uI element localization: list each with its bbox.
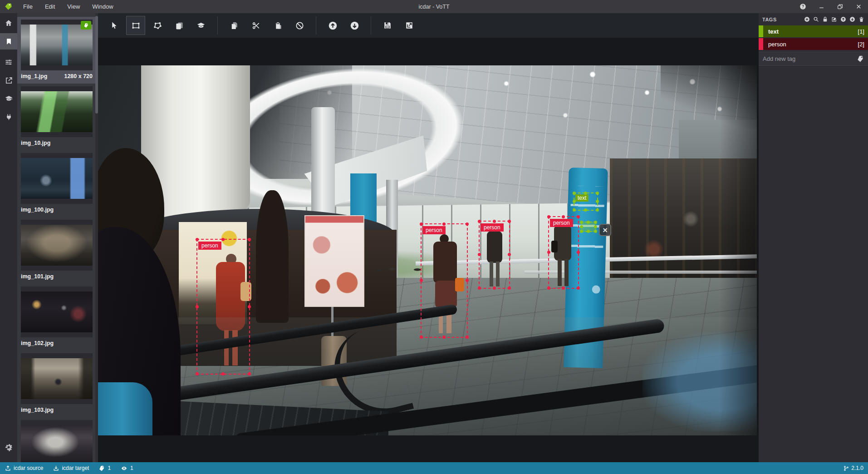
region-handle[interactable] [573, 200, 576, 203]
region-handle[interactable] [594, 225, 597, 228]
draw-rectangle-tool-button[interactable] [126, 16, 145, 35]
asset-item[interactable] [17, 417, 98, 462]
region-handle[interactable] [580, 230, 583, 233]
nav-settings[interactable] [0, 443, 17, 451]
help-icon[interactable] [794, 0, 812, 13]
target-connection[interactable]: icdar target [48, 462, 94, 474]
nav-export[interactable] [0, 72, 17, 89]
region-handle[interactable] [508, 220, 511, 223]
region-handle[interactable] [442, 336, 446, 339]
move-tag-up-icon[interactable] [840, 16, 846, 22]
tag-row-text[interactable]: text [1] [759, 25, 868, 37]
region-handle[interactable] [478, 220, 481, 223]
region-handle[interactable] [587, 230, 590, 233]
region-handle[interactable] [508, 286, 511, 290]
region-handle[interactable] [547, 251, 550, 254]
lock-tag-icon[interactable] [822, 16, 828, 22]
region-handle[interactable] [577, 286, 580, 290]
menu-edit[interactable]: Edit [45, 3, 55, 10]
region-handle[interactable] [573, 208, 576, 212]
region-handle[interactable] [248, 372, 251, 375]
region-handle[interactable] [442, 222, 446, 226]
region-handle[interactable] [466, 222, 469, 226]
save-project-button[interactable] [378, 16, 397, 35]
region-handle[interactable] [562, 286, 565, 290]
region-handle[interactable] [573, 192, 576, 195]
region-handle[interactable] [466, 336, 469, 339]
add-tag-icon[interactable] [804, 16, 810, 22]
nav-adjustments[interactable] [0, 54, 17, 70]
region-text[interactable]: text [574, 193, 598, 211]
nav-home[interactable] [0, 15, 17, 31]
region-handle[interactable] [466, 279, 469, 282]
region-person[interactable]: person [421, 223, 468, 338]
edit-tag-icon[interactable] [831, 16, 837, 22]
search-tags-icon[interactable] [813, 16, 819, 22]
region-handle[interactable] [493, 286, 496, 290]
menu-window[interactable]: Window [92, 3, 113, 10]
nav-plugins[interactable] [0, 109, 17, 125]
region-handle[interactable] [478, 286, 481, 290]
tag-color-swatch[interactable] [759, 38, 763, 50]
previous-asset-button[interactable] [323, 16, 342, 35]
asset-item[interactable]: img_10.jpg [17, 84, 98, 150]
delete-region-button[interactable]: ✕ [599, 224, 611, 236]
copy-regions-button[interactable] [225, 16, 244, 35]
region-handle[interactable] [596, 192, 599, 195]
region-handle[interactable] [580, 225, 583, 228]
region-handle[interactable] [577, 215, 580, 218]
region-handle[interactable] [547, 215, 550, 218]
tag-row-person[interactable]: person [2] [759, 38, 868, 50]
delete-tag-icon[interactable] [858, 16, 864, 22]
sidebar-scrollbar[interactable] [95, 13, 98, 462]
region-handle[interactable] [580, 221, 583, 224]
asset-item[interactable]: img_100.jpg [17, 150, 98, 217]
asset-item[interactable]: img_103.jpg [17, 351, 98, 417]
region-handle[interactable] [196, 305, 199, 308]
region-handle[interactable] [420, 279, 423, 282]
select-tool-button[interactable] [104, 16, 123, 35]
region-person[interactable]: person [479, 221, 510, 289]
region-handle[interactable] [594, 221, 597, 224]
nav-tags-editor[interactable] [0, 33, 17, 49]
restore-icon[interactable] [831, 0, 849, 13]
menu-view[interactable]: View [67, 3, 80, 10]
move-tag-down-icon[interactable] [849, 16, 855, 22]
copy-rectangle-tool-button[interactable] [170, 16, 189, 35]
source-connection[interactable]: icdar source [0, 462, 48, 474]
remove-all-regions-button[interactable] [290, 16, 309, 35]
next-asset-button[interactable] [345, 16, 364, 35]
region-handle[interactable] [596, 208, 599, 212]
draw-polygon-tool-button[interactable] [148, 16, 167, 35]
close-icon[interactable] [849, 0, 868, 13]
region-handle[interactable] [420, 336, 423, 339]
region-handle[interactable] [584, 208, 587, 212]
region-handle[interactable] [587, 221, 590, 224]
region-selected[interactable] [581, 222, 596, 232]
cut-regions-button[interactable] [246, 16, 265, 35]
scrollbar-thumb[interactable] [95, 16, 98, 114]
add-tag-input[interactable] [763, 55, 857, 62]
paste-regions-button[interactable] [268, 16, 287, 35]
region-handle[interactable] [478, 253, 481, 256]
region-person[interactable]: person [548, 216, 579, 289]
region-handle[interactable] [248, 305, 251, 308]
nav-active-learning[interactable] [0, 90, 17, 107]
region-handle[interactable] [596, 200, 599, 203]
asset-item[interactable]: img_101.jpg [17, 217, 98, 284]
region-handle[interactable] [584, 192, 587, 195]
region-handle[interactable] [196, 238, 199, 241]
export-project-button[interactable] [400, 16, 419, 35]
region-handle[interactable] [221, 238, 225, 241]
region-handle[interactable] [508, 253, 511, 256]
region-handle[interactable] [577, 251, 580, 254]
region-handle[interactable] [221, 372, 225, 375]
asset-item[interactable]: img_102.jpg [17, 284, 98, 351]
minimize-icon[interactable] [812, 0, 831, 13]
region-handle[interactable] [547, 286, 550, 290]
asset-item[interactable]: img_1.jpg 1280 x 720 [17, 17, 98, 84]
region-handle[interactable] [562, 215, 565, 218]
active-learning-tool-button[interactable] [191, 16, 211, 35]
tag-color-swatch[interactable] [759, 25, 763, 37]
region-handle[interactable] [493, 220, 496, 223]
